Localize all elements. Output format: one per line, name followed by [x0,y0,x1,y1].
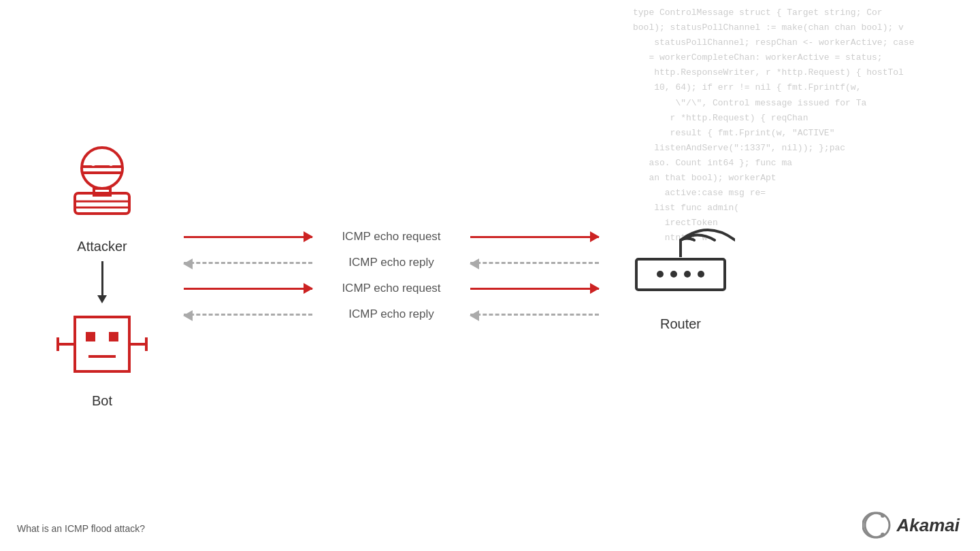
arrow-row-2: ICMP echo reply [184,256,599,269]
arrow-label-3: ICMP echo request [323,282,459,295]
dashed-arrow-2 [184,314,312,316]
svg-rect-14 [86,332,95,341]
svg-point-22 [698,271,704,278]
attacker-to-bot-arrow [97,261,107,303]
akamai-label: Akamai [897,515,960,536]
solid-arrow-1b [470,236,599,238]
solid-arrow-2 [184,288,312,290]
svg-rect-15 [109,332,118,341]
akamai-logo: Akamai [862,510,960,541]
arrow-row-1: ICMP echo request [184,230,599,244]
diagram-layout: Attacker B [34,142,749,409]
bot-actor: Bot [34,310,170,409]
svg-point-20 [670,271,677,278]
router-label: Router [660,316,701,332]
dashed-arrow-2b [470,314,599,316]
arrow-label-4: ICMP echo reply [323,307,459,321]
dashed-arrow-1 [184,262,312,264]
akamai-icon [862,510,893,541]
svg-point-3 [90,159,97,166]
arrow-row-3: ICMP echo request [184,282,599,295]
dashed-arrow-1b [470,262,599,264]
bot-label: Bot [92,393,112,409]
arrow-label-2: ICMP echo reply [323,256,459,269]
solid-arrow-2b [470,288,599,290]
svg-point-24 [881,514,885,518]
attacker-actor: Attacker [34,142,170,254]
bot-icon [54,310,150,385]
router-icon [626,220,735,308]
bottom-caption: What is an ICMP flood attack? [17,523,145,534]
svg-point-19 [657,271,664,278]
svg-point-21 [684,271,691,278]
attacker-label: Attacker [77,239,127,254]
solid-arrow-1 [184,236,312,238]
arrow-row-4: ICMP echo reply [184,307,599,321]
arrow-label-1: ICMP echo request [323,230,459,244]
attacker-icon [68,142,136,231]
svg-point-25 [881,533,885,537]
svg-rect-9 [75,317,129,371]
svg-point-4 [108,159,114,166]
router-actor: Router [612,220,749,332]
arrows-section: ICMP echo request ICMP echo reply ICMP e… [170,230,612,321]
svg-point-23 [865,513,889,537]
left-actors: Attacker B [34,142,170,409]
svg-rect-18 [636,259,725,290]
